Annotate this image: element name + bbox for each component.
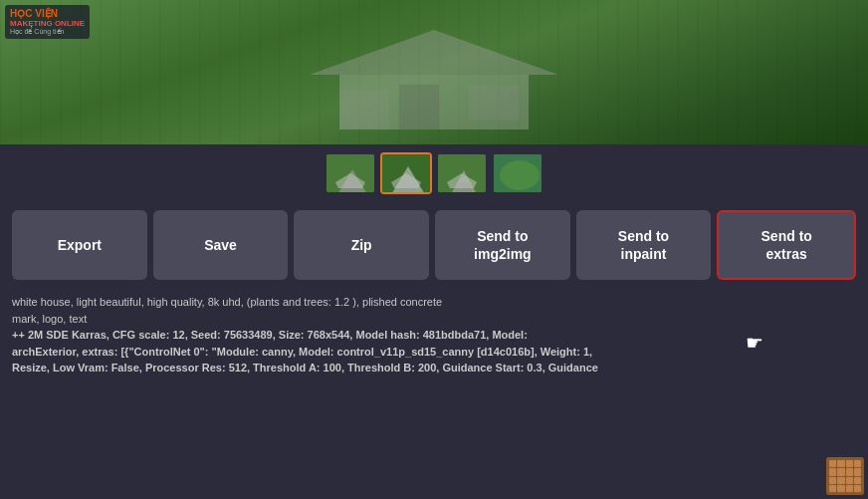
logo-line3: Học để Cùng tiến [10,28,85,36]
logo-line2: MAKETING ONLINE [10,19,85,28]
svg-rect-10 [399,180,417,194]
dot-2 [837,460,844,467]
thumbnail-strip [0,144,868,202]
logo-line1: HỌC VIỆN [10,8,85,19]
metadata-line-3: ++ 2M SDE Karras, CFG scale: 12, Seed: 7… [12,327,856,344]
dot-16 [854,485,861,492]
dot-13 [829,485,836,492]
dot-9 [829,477,836,484]
thumbnail-3[interactable] [436,152,488,194]
dot-8 [854,468,861,475]
svg-point-15 [500,160,540,190]
dot-1 [829,460,836,467]
svg-rect-2 [399,85,439,129]
main-container: HỌC VIỆN MAKETING ONLINE Học để Cùng tiế… [0,0,868,499]
export-button[interactable]: Export [12,210,147,280]
zip-button[interactable]: Zip [294,210,429,280]
dot-5 [829,468,836,475]
svg-rect-4 [339,90,389,129]
dot-7 [846,468,853,475]
dot-14 [837,485,844,492]
dot-15 [846,485,853,492]
metadata-line-5: Resize, Low Vram: False, Processor Res: … [12,360,856,376]
thumbnail-1-img [326,154,374,192]
thumbnail-4-img [494,154,542,192]
thumbnail-2[interactable] [380,152,432,194]
send-inpaint-button[interactable]: Send toinpaint [576,210,712,280]
svg-rect-13 [456,182,472,194]
logo-overlay: HỌC VIỆN MAKETING ONLINE Học để Cùng tiế… [5,5,90,39]
pattern-icon [826,457,864,495]
image-preview: HỌC VIỆN MAKETING ONLINE Học để Cùng tiế… [0,0,868,144]
thumbnail-4[interactable] [492,152,543,194]
dot-4 [854,460,861,467]
send-img2img-button[interactable]: Send toimg2img [435,210,570,280]
thumbnail-2-img [382,154,430,192]
action-buttons-row: Export Save Zip Send toimg2img Send toin… [0,202,868,288]
dot-6 [837,468,844,475]
metadata-area: white house, light beautiful, high quali… [0,288,868,499]
dot-10 [837,477,844,484]
send-extras-button[interactable]: Send toextras [717,210,856,280]
house-silhouette [310,30,558,129]
svg-rect-7 [344,182,360,194]
metadata-line-1: white house, light beautiful, high quali… [12,294,856,311]
dot-3 [846,460,853,467]
dot-11 [846,477,853,484]
thumbnail-1[interactable] [325,152,376,194]
thumbnail-3-img [438,154,486,192]
svg-rect-3 [469,85,519,120]
svg-marker-1 [310,30,558,75]
save-button[interactable]: Save [153,210,289,280]
metadata-line-2: mark, logo, text [12,311,856,328]
dot-12 [854,477,861,484]
metadata-line-4: archExterior, extras: [{"ControlNet 0": … [12,344,856,361]
